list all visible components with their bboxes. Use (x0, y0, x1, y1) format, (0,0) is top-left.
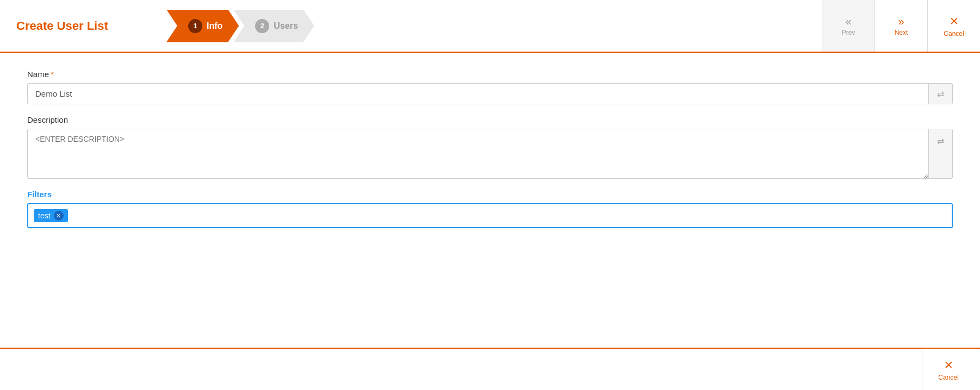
description-transfer-icon[interactable]: ⇄ (928, 129, 952, 178)
footer-cancel-button[interactable]: ✕ Cancel (922, 349, 975, 391)
name-required: * (51, 70, 54, 79)
filters-field-group: Filters test ✕ (27, 190, 953, 228)
description-textarea[interactable] (28, 129, 928, 178)
name-input[interactable] (28, 84, 928, 104)
step-info[interactable]: 1 Info (166, 10, 239, 42)
next-button[interactable]: » Next (874, 0, 927, 52)
filter-tag-test: test ✕ (34, 209, 68, 222)
name-label: Name* (27, 70, 953, 79)
step-users-label: Users (274, 21, 297, 31)
filter-input-box[interactable]: test ✕ (27, 203, 953, 228)
page-title: Create User List (0, 0, 161, 52)
header: Create User List 1 Info 2 Users « Prev »… (0, 0, 980, 53)
name-input-wrapper: ⇄ (27, 83, 953, 104)
header-cancel-icon: ✕ (950, 15, 959, 28)
filters-label: Filters (27, 190, 953, 199)
header-actions: « Prev » Next ✕ Cancel (822, 0, 980, 52)
footer-cancel-icon: ✕ (944, 358, 953, 372)
step-info-label: Info (207, 21, 222, 31)
header-cancel-button[interactable]: ✕ Cancel (927, 0, 980, 52)
description-field-group: Description ⇄ (27, 115, 953, 179)
name-field-group: Name* ⇄ (27, 70, 953, 104)
footer: ✕ Cancel (0, 348, 980, 390)
header-cancel-label: Cancel (944, 30, 964, 37)
filter-tag-remove-button[interactable]: ✕ (54, 211, 64, 221)
filter-text-input[interactable] (71, 211, 946, 220)
step-users-number: 2 (255, 19, 269, 33)
step-users[interactable]: 2 Users (233, 10, 314, 42)
wizard-steps: 1 Info 2 Users (161, 0, 822, 52)
description-input-wrapper: ⇄ (27, 129, 953, 179)
prev-button[interactable]: « Prev (822, 0, 874, 52)
prev-icon: « (845, 16, 851, 27)
next-label: Next (895, 29, 908, 36)
step-info-number: 1 (188, 19, 202, 33)
filter-tag-text: test (38, 211, 51, 220)
prev-label: Prev (842, 29, 855, 36)
main-content: Name* ⇄ Description ⇄ Filters test ✕ (0, 53, 980, 255)
name-transfer-icon[interactable]: ⇄ (928, 84, 952, 104)
footer-cancel-label: Cancel (938, 374, 958, 381)
description-label: Description (27, 115, 953, 124)
next-icon: » (898, 16, 904, 27)
